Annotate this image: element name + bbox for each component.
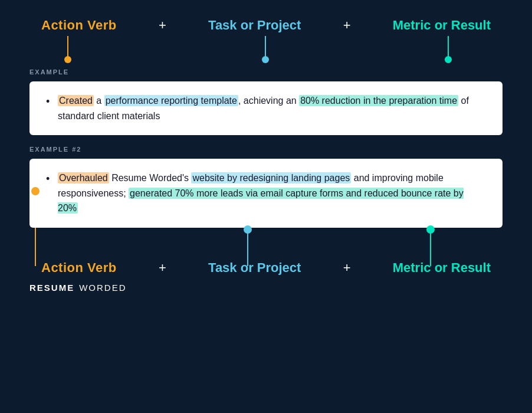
top-metric-label: Metric or Result: [393, 18, 491, 33]
example1-section: EXAMPLE Created a performance reporting …: [29, 68, 503, 135]
example1-action-verb: Created: [58, 95, 94, 106]
example1-card: Created a performance reporting template…: [29, 81, 503, 135]
example1-metric-highlight: 80% reduction in the preparation time: [299, 95, 458, 106]
example1-task-highlight: performance reporting template: [104, 95, 238, 106]
example2-wrapper: Overhauled Resume Worded's website by re…: [29, 159, 503, 228]
svg-point-3: [262, 56, 269, 63]
example1-text: Created a performance reporting template…: [46, 93, 486, 123]
example2-task-highlight: website by redesigning landing pages: [191, 172, 351, 183]
footer: RESUME WORDED: [29, 283, 503, 293]
top-labels-row: Action Verb + Task or Project + Metric o…: [29, 18, 503, 33]
example2-card: Overhauled Resume Worded's website by re…: [29, 159, 503, 228]
example2-label-wrapper: EXAMPLE #2: [29, 146, 503, 153]
example1-label: EXAMPLE: [29, 68, 503, 76]
example1-task-text: a: [94, 96, 104, 106]
footer-worded: WORDED: [79, 283, 126, 293]
svg-point-5: [445, 56, 452, 63]
top-task-label: Task or Project: [208, 18, 301, 33]
top-plus2: +: [343, 18, 351, 33]
footer-resume: RESUME: [29, 283, 74, 293]
svg-point-1: [64, 56, 71, 63]
example2-text: Overhauled Resume Worded's website by re…: [46, 171, 486, 216]
bottom-connector-svg: [29, 228, 503, 266]
top-connector-area: [29, 36, 503, 68]
example1-connector-text: , achieving an: [238, 96, 299, 106]
example2-label: EXAMPLE #2: [29, 146, 503, 153]
top-action-verb-label: Action Verb: [41, 18, 117, 33]
main-layout: Action Verb + Task or Project + Metric o…: [29, 18, 503, 293]
top-plus1: +: [159, 18, 166, 33]
example2-text-part1: Resume Worded's: [109, 173, 192, 183]
bottom-connector-area: [29, 228, 503, 266]
example2-action-verb: Overhauled: [58, 172, 109, 183]
top-connector-svg: [29, 36, 503, 68]
